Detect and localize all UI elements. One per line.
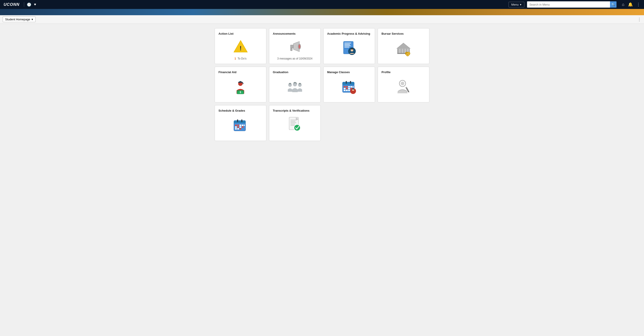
banner	[0, 9, 644, 15]
svg-rect-83	[244, 125, 245, 126]
svg-rect-55	[350, 86, 352, 88]
transcripts-title: Transcripts & Verifications	[273, 109, 310, 112]
search-button[interactable]: 🔍	[610, 1, 617, 8]
svg-rect-58	[346, 88, 348, 89]
transcripts-tile[interactable]: Transcripts & Verifications	[269, 105, 321, 141]
graduation-tile[interactable]: Graduation	[269, 67, 321, 103]
svg-rect-9	[344, 47, 349, 48]
svg-point-4	[298, 45, 300, 49]
svg-rect-18	[402, 49, 403, 54]
svg-rect-95	[290, 124, 295, 124]
svg-rect-88	[235, 128, 237, 130]
svg-rect-39	[294, 83, 296, 83]
svg-rect-63	[346, 90, 348, 91]
top-navigation: UCONN 🕐 ♥ Menu ▾ 🔍 ⌂ 🔔 ⋮	[0, 0, 644, 9]
svg-rect-6	[344, 43, 351, 43]
svg-marker-37	[289, 83, 291, 84]
svg-text:$: $	[240, 91, 241, 94]
action-list-icon-area: !	[233, 38, 248, 55]
manage-classes-icon-area	[341, 77, 358, 96]
action-list-tile[interactable]: Action List ! 1 To Do's	[215, 28, 266, 64]
svg-rect-49	[342, 84, 354, 85]
svg-rect-8	[344, 46, 350, 46]
svg-rect-36	[289, 84, 291, 84]
svg-rect-59	[348, 88, 350, 89]
homepage-dropdown[interactable]: Student Homepage ▾	[3, 17, 36, 22]
svg-marker-16	[397, 43, 410, 49]
academic-progress-icon-area	[341, 38, 358, 58]
svg-rect-33	[238, 91, 240, 92]
financial-aid-tile[interactable]: Financial Aid $	[215, 67, 266, 103]
announcements-title: Announcements	[273, 32, 296, 35]
svg-line-14	[353, 49, 354, 50]
bursar-services-icon-area: $	[395, 38, 412, 58]
svg-rect-87	[242, 126, 244, 128]
svg-rect-80	[237, 125, 239, 126]
action-list-count-text: To Do's	[238, 57, 247, 60]
announcements-tile[interactable]: Announcements 3 messages as of 10/09/202…	[269, 28, 321, 64]
more-options-icon[interactable]: ⋮	[636, 2, 640, 7]
notification-icon[interactable]: 🔔	[628, 2, 633, 7]
academic-progress-tile[interactable]: Academic Progress & Advising	[323, 28, 375, 64]
profile-tile[interactable]: Profile	[378, 67, 429, 103]
warning-icon: !	[233, 39, 248, 54]
svg-rect-85	[237, 126, 239, 128]
search-icon: 🔍	[611, 3, 615, 6]
menu-label: Menu	[512, 3, 519, 6]
svg-rect-34	[242, 91, 243, 92]
sub-nav-more-icon[interactable]: ⋮	[637, 17, 641, 22]
academic-progress-title: Academic Progress & Advising	[327, 32, 370, 35]
svg-rect-12	[350, 49, 353, 50]
manage-classes-tile[interactable]: Manage Classes	[323, 67, 375, 103]
search-input[interactable]	[527, 1, 610, 8]
svg-rect-17	[399, 49, 400, 54]
financial-aid-icon-area: $	[232, 77, 249, 96]
announcements-footer: 3 messages as of 10/09/2024	[277, 57, 312, 60]
svg-rect-67	[352, 89, 354, 90]
favorites-icon[interactable]: ♥	[34, 3, 36, 7]
graduation-title: Graduation	[273, 71, 288, 74]
svg-marker-44	[298, 83, 301, 84]
svg-rect-79	[235, 125, 237, 126]
profile-icon-area	[395, 77, 412, 96]
homepage-label: Student Homepage	[5, 18, 30, 21]
svg-rect-84	[235, 126, 237, 128]
chevron-down-icon: ▾	[520, 3, 522, 6]
schedule-grades-icon-area	[232, 115, 249, 135]
tiles-grid: Action List ! 1 To Do's Announcements	[215, 28, 429, 141]
svg-rect-82	[242, 125, 244, 126]
bursar-services-tile[interactable]: Bursar Services	[378, 28, 429, 64]
bursar-services-title: Bursar Services	[382, 32, 404, 35]
menu-button[interactable]: Menu ▾	[508, 2, 524, 8]
home-icon[interactable]: ⌂	[622, 2, 624, 7]
svg-rect-86	[240, 126, 241, 128]
svg-point-30	[242, 83, 244, 84]
svg-rect-7	[344, 44, 350, 45]
svg-rect-76	[234, 122, 246, 123]
svg-rect-52	[344, 86, 346, 88]
action-list-count: 1	[234, 57, 236, 60]
svg-marker-40	[294, 82, 296, 83]
svg-rect-89	[237, 128, 239, 130]
manage-classes-title: Manage Classes	[327, 71, 350, 74]
profile-icon	[395, 78, 412, 95]
action-list-title: Action List	[218, 32, 234, 35]
history-icon[interactable]: 🕐	[27, 3, 31, 7]
schedule-grades-tile[interactable]: Schedule & Grades	[215, 105, 266, 141]
nav-divider	[24, 2, 24, 7]
svg-rect-90	[240, 128, 241, 130]
transcripts-icon	[286, 116, 303, 134]
svg-rect-92	[290, 120, 297, 120]
svg-rect-3	[290, 48, 292, 51]
svg-rect-50	[346, 81, 347, 84]
svg-text:!: !	[240, 45, 242, 52]
transcripts-icon-area	[286, 115, 303, 135]
svg-rect-78	[241, 119, 242, 122]
svg-text:$: $	[407, 54, 408, 56]
schedule-grades-title: Schedule & Grades	[218, 109, 245, 112]
announcements-icon-area	[287, 38, 303, 55]
svg-marker-28	[238, 81, 242, 82]
dropdown-arrow-icon: ▾	[32, 18, 33, 21]
action-list-footer: 1 To Do's	[234, 57, 246, 60]
uconn-logo: UCONN	[4, 2, 20, 7]
